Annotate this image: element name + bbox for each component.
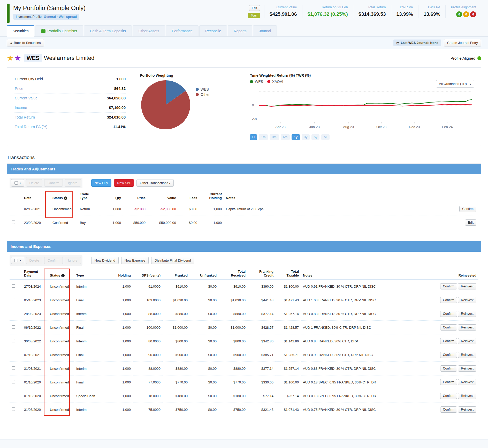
pie-legend-wes[interactable]: WES [196, 87, 210, 91]
confirm-row-button[interactable]: Confirm [440, 311, 457, 317]
tab-reconcile[interactable]: Reconcile [199, 25, 227, 36]
caret-down-icon: ▾ [169, 182, 170, 185]
reinvest-row-button[interactable]: Reinvest [458, 324, 476, 331]
cell-holding: 1,000 [109, 348, 133, 362]
back-to-securities-button[interactable]: ◀ Back to Securities [7, 39, 44, 46]
range-button-d[interactable]: D [250, 134, 257, 140]
tab-performance[interactable]: Performance [166, 25, 199, 36]
cell-dps: 88.0000 [133, 362, 163, 375]
col-status: Statusi [48, 269, 74, 279]
distribute-final-dividend-button[interactable]: Distribute Final Dividend [151, 257, 194, 264]
reinvest-row-button[interactable]: Reinvest [458, 311, 476, 317]
new-buy-button[interactable]: New Buy [91, 179, 111, 187]
new-sell-button[interactable]: New Sell [114, 179, 134, 187]
reinvest-row-button[interactable]: Reinvest [458, 365, 476, 372]
alignment-badge[interactable]: 6 [470, 11, 476, 17]
confirm-row-button[interactable]: Confirm [440, 324, 457, 331]
edit-row-button[interactable]: Edit [465, 219, 476, 226]
gold-star-icon[interactable]: ★ [7, 54, 14, 62]
pie-legend-other[interactable]: Other [196, 92, 210, 97]
row-select-cell [10, 216, 22, 230]
reinvest-row-button[interactable]: Reinvest [458, 338, 476, 344]
range-button-3y[interactable]: 3y [302, 134, 310, 140]
edit-button[interactable]: Edit [249, 5, 260, 11]
info-icon[interactable]: i [61, 274, 65, 277]
stat-dwr-pa: DWR PA 13.99% [391, 5, 418, 18]
range-button-3m[interactable]: 3m [270, 134, 279, 140]
confirm-row-button[interactable]: Confirm [440, 365, 457, 372]
confirm-row-button[interactable]: Confirm [440, 297, 457, 303]
reinvest-row-button[interactable]: Reinvest [458, 393, 476, 399]
reinvest-row-button[interactable]: Reinvest [458, 297, 476, 303]
page-title: My Portfolio (Sample Only) [13, 5, 86, 12]
range-buttons: D1m3m6m1y3y5yAll [250, 134, 475, 140]
cell-status: Unconfirmed [48, 375, 74, 389]
tab-reports[interactable]: Reports [228, 25, 252, 36]
range-button-1y[interactable]: 1y [292, 134, 300, 140]
confirm-row-button[interactable]: Confirm [459, 206, 476, 212]
new-dividend-button[interactable]: New Dividend [91, 257, 119, 264]
reinvest-row-button[interactable]: Reinvest [458, 283, 476, 289]
row-checkbox[interactable] [12, 298, 15, 301]
range-button-6m[interactable]: 6m [281, 134, 290, 140]
tab-securities[interactable]: Securities [7, 25, 34, 37]
info-icon[interactable]: i [64, 197, 67, 200]
cell-status: Unconfirmed [48, 307, 74, 321]
range-button-5y[interactable]: 5y [311, 134, 319, 140]
tab-portfolio-optimiser[interactable]: Portfolio Optimiser [35, 25, 83, 36]
investment-profile-value[interactable]: General - Well spread [44, 15, 77, 19]
purple-star-icon[interactable]: ★ [14, 54, 21, 62]
tour-button[interactable]: Tour [248, 13, 260, 18]
reinvest-row-button[interactable]: Reinvest [458, 379, 476, 385]
stat-profile-alignment: Profile Alignment 606 [445, 5, 481, 18]
cell-dps: 80.0000 [133, 334, 163, 348]
investment-profile-badge[interactable]: Investment Profile: General - Well sprea… [13, 14, 79, 20]
confirm-row-button[interactable]: Confirm [440, 393, 457, 399]
twr-legend-wes[interactable]: WES [250, 80, 263, 84]
security-name: Wesfarmers Limited [44, 55, 94, 61]
tab-other-assets[interactable]: Other Assets [133, 25, 165, 36]
select-all-dropdown[interactable]: ▾ [11, 179, 24, 187]
row-checkbox[interactable] [12, 366, 15, 370]
alignment-badge[interactable]: 6 [456, 11, 462, 17]
confirm-row-button[interactable]: Confirm [440, 338, 457, 344]
trades-section: Trades and Adjustments ▾ Delete Confirm … [7, 163, 481, 233]
income-table-wrap: PaymentDate Statusi Type Holding DPS (ce… [7, 269, 481, 420]
row-checkbox[interactable] [12, 207, 15, 210]
new-expense-button[interactable]: New Expense [121, 257, 149, 264]
benchmark-select[interactable]: All Ordinaries (TR) ∨ [436, 80, 474, 88]
cell-status: Unconfirmed [48, 403, 74, 416]
confirm-row-button[interactable]: Confirm [440, 406, 457, 413]
row-checkbox[interactable] [12, 353, 15, 356]
row-checkbox[interactable] [12, 339, 15, 342]
create-journal-entry-button[interactable]: Create Journal Entry [444, 39, 481, 46]
reinvest-row-button[interactable]: Reinvest [458, 352, 476, 358]
reinvest-row-button[interactable]: Reinvest [458, 406, 476, 413]
row-checkbox[interactable] [12, 312, 15, 315]
confirm-row-button[interactable]: Confirm [440, 379, 457, 385]
col-dps: DPS (cents) [133, 269, 163, 279]
pie-chart [140, 78, 192, 130]
row-checkbox[interactable] [12, 394, 15, 397]
last-journal-badge: ▤ Last WES Journal: None [393, 40, 441, 46]
range-button-1m[interactable]: 1m [259, 134, 268, 140]
select-all-dropdown[interactable]: ▾ [11, 257, 24, 264]
row-checkbox[interactable] [12, 407, 15, 411]
row-checkbox[interactable] [12, 380, 15, 383]
twr-chart-title: Time Weighted Return (%) TWR (%) [250, 73, 475, 77]
alignment-badge[interactable]: 0 [463, 11, 469, 17]
range-button-all[interactable]: All [321, 134, 330, 140]
cell-holding: 1,000 [109, 293, 133, 307]
row-checkbox[interactable] [12, 221, 15, 224]
twr-legend-xaoai[interactable]: XAOAI [267, 80, 283, 84]
tab-cash-term-deposits[interactable]: Cash & Term Deposits [84, 25, 132, 36]
cell-franking-credit: $385.71 [248, 348, 276, 362]
row-checkbox[interactable] [12, 325, 15, 329]
other-transactions-dropdown[interactable]: Other Transactions ▾ [136, 179, 174, 187]
row-checkbox[interactable] [12, 284, 15, 288]
cell-notes: AUD 0.8 FRANKED, 30% CTR, DRP [301, 334, 432, 348]
cell-unfranked: $0.00 [190, 375, 219, 389]
confirm-row-button[interactable]: Confirm [440, 352, 457, 358]
tab-journal[interactable]: Journal [253, 25, 277, 36]
confirm-row-button[interactable]: Confirm [440, 283, 457, 289]
